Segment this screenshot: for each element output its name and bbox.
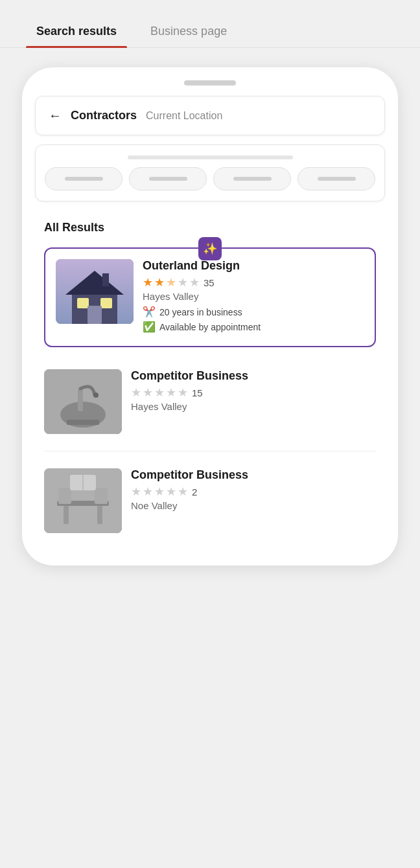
svg-rect-9 [78, 389, 83, 411]
filter-pill-3[interactable] [213, 167, 291, 190]
search-location: Current Location [146, 110, 222, 122]
filter-pill-2[interactable] [129, 167, 207, 190]
competitor-1-name: Competitor Business [131, 369, 376, 383]
competitor-2-review-count: 2 [192, 486, 197, 497]
competitor-2-card: Competitor Business ★ ★ ★ ★ ★ 2 Noe Vall… [44, 468, 376, 533]
back-arrow-icon[interactable]: ← [49, 108, 62, 123]
competitor-card-2[interactable]: Competitor Business ★ ★ ★ ★ ★ 2 Noe Vall… [44, 459, 376, 542]
competitor-2-name: Competitor Business [131, 468, 376, 482]
featured-business-image [56, 259, 134, 324]
competitor-1-stars-row: ★ ★ ★ ★ ★ 15 [131, 387, 376, 398]
svg-rect-11 [67, 420, 99, 425]
competitor-1-image [44, 369, 122, 434]
featured-location: Hayes Valley [143, 291, 364, 302]
competitor-2-info: Competitor Business ★ ★ ★ ★ ★ 2 Noe Vall… [131, 468, 376, 515]
featured-badge-icon: ✨ [198, 237, 222, 260]
competitor-1-stars: ★ ★ ★ ★ ★ [131, 387, 188, 398]
svg-point-10 [93, 393, 99, 398]
svg-rect-4 [100, 298, 112, 308]
featured-card[interactable]: ✨ [44, 247, 376, 347]
filter-pills [45, 167, 375, 190]
competitor-1-location: Hayes Valley [131, 401, 376, 412]
tabs-container: Search results Business page [0, 13, 420, 48]
search-title: Contractors [71, 109, 137, 122]
scissors-icon: ✂️ [143, 306, 156, 318]
phone-mockup: ← Contractors Current Location All Resul… [22, 67, 398, 565]
results-area: All Results ✨ [35, 211, 385, 553]
featured-stars-row: ★ ★ ★ ★ ★ 35 [143, 277, 364, 288]
competitor-2-location: Noe Valley [131, 500, 376, 511]
search-bar[interactable]: ← Contractors Current Location [35, 96, 385, 135]
competitor-1-info: Competitor Business ★ ★ ★ ★ ★ 15 Hayes V… [131, 369, 376, 416]
competitor-2-stars: ★ ★ ★ ★ ★ [131, 486, 188, 497]
svg-rect-17 [95, 488, 108, 504]
svg-rect-15 [97, 506, 102, 524]
filter-bar-line [128, 155, 293, 159]
divider-1 [44, 451, 376, 451]
featured-business-info: Outerland Design ★ ★ ★ ★ ★ 35 Hayes Vall… [143, 259, 364, 336]
competitor-1-card: Competitor Business ★ ★ ★ ★ ★ 15 Hayes V… [44, 369, 376, 434]
filter-pill-1[interactable] [45, 167, 122, 190]
tab-search-results[interactable]: Search results [26, 13, 127, 47]
star-1: ★ [143, 277, 153, 288]
filter-bar [35, 144, 385, 201]
years-in-business: ✂️ 20 years in business [143, 306, 364, 318]
star-3: ★ [166, 277, 176, 288]
svg-rect-5 [88, 306, 102, 324]
competitor-2-stars-row: ★ ★ ★ ★ ★ 2 [131, 486, 376, 497]
competitor-2-image [44, 468, 122, 533]
check-calendar-icon: ✅ [143, 321, 156, 333]
star-5: ★ [189, 277, 200, 288]
featured-business-card: Outerland Design ★ ★ ★ ★ ★ 35 Hayes Vall… [56, 259, 364, 336]
tab-business-page[interactable]: Business page [140, 13, 237, 47]
star-4: ★ [178, 277, 188, 288]
featured-review-count: 35 [204, 277, 215, 288]
featured-stars: ★ ★ ★ ★ ★ [143, 277, 200, 288]
svg-rect-3 [77, 298, 89, 308]
filter-pill-4[interactable] [298, 167, 375, 190]
svg-rect-16 [58, 488, 71, 504]
all-results-label: All Results [44, 221, 376, 234]
competitor-1-review-count: 15 [192, 387, 203, 398]
featured-business-name: Outerland Design [143, 259, 364, 273]
svg-rect-14 [64, 506, 69, 524]
star-2: ★ [154, 277, 165, 288]
phone-notch [184, 80, 236, 86]
availability: ✅ Available by appointment [143, 321, 364, 333]
competitor-card-1[interactable]: Competitor Business ★ ★ ★ ★ ★ 15 Hayes V… [44, 360, 376, 443]
svg-rect-6 [102, 273, 109, 286]
